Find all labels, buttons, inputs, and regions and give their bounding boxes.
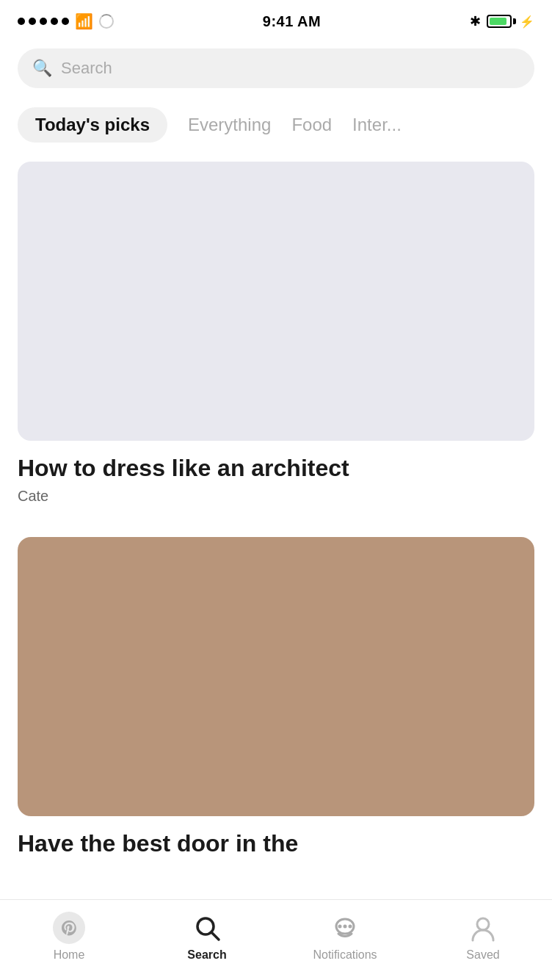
svg-line-1 bbox=[211, 932, 219, 940]
card-1-image bbox=[18, 162, 534, 441]
card-1[interactable]: How to dress like an architect Cate bbox=[18, 162, 534, 522]
card-1-title: How to dress like an architect bbox=[18, 454, 534, 482]
card-2-image bbox=[18, 537, 534, 816]
nav-search-label: Search bbox=[187, 948, 226, 962]
status-right: ✱ ⚡ bbox=[470, 13, 534, 29]
notifications-icon bbox=[329, 912, 361, 944]
nav-notifications[interactable]: Notifications bbox=[276, 912, 414, 962]
bluetooth-icon: ✱ bbox=[470, 13, 481, 29]
svg-point-3 bbox=[338, 924, 342, 928]
search-icon bbox=[191, 912, 223, 944]
nav-home[interactable]: Home bbox=[0, 912, 138, 962]
status-time: 9:41 AM bbox=[263, 13, 321, 30]
tab-food[interactable]: Food bbox=[291, 107, 332, 143]
status-bar: 📶 9:41 AM ✱ ⚡ bbox=[0, 0, 552, 40]
svg-point-6 bbox=[477, 918, 489, 930]
search-bar-placeholder: Search bbox=[61, 59, 112, 78]
nav-saved-label: Saved bbox=[466, 948, 499, 962]
home-icon bbox=[53, 912, 85, 944]
category-tabs: Today's picks Everything Food Inter... bbox=[0, 100, 552, 150]
svg-point-4 bbox=[344, 924, 347, 928]
card-1-author: Cate bbox=[18, 488, 534, 505]
nav-search[interactable]: Search bbox=[138, 912, 276, 962]
wifi-icon: 📶 bbox=[75, 12, 93, 30]
tab-todays-picks[interactable]: Today's picks bbox=[18, 107, 167, 143]
battery-indicator: ⚡ bbox=[487, 15, 534, 29]
loading-icon bbox=[99, 14, 114, 29]
card-2[interactable]: Have the best door in the bbox=[18, 537, 534, 857]
card-2-title: Have the best door in the bbox=[18, 829, 534, 857]
nav-notifications-label: Notifications bbox=[313, 948, 377, 962]
signal-bars bbox=[18, 18, 69, 25]
search-bar[interactable]: 🔍 Search bbox=[18, 48, 534, 88]
search-container: 🔍 Search bbox=[0, 40, 552, 100]
svg-point-5 bbox=[349, 924, 352, 928]
content-area: How to dress like an architect Cate Have… bbox=[0, 150, 552, 884]
tab-everything[interactable]: Everything bbox=[188, 107, 271, 143]
search-bar-icon: 🔍 bbox=[32, 59, 52, 78]
nav-home-label: Home bbox=[54, 948, 85, 962]
tab-interior[interactable]: Inter... bbox=[352, 107, 402, 143]
bottom-nav: Home Search Notifications bbox=[0, 899, 552, 980]
saved-profile-icon bbox=[467, 912, 499, 944]
nav-saved[interactable]: Saved bbox=[414, 912, 552, 962]
status-left: 📶 bbox=[18, 12, 114, 30]
